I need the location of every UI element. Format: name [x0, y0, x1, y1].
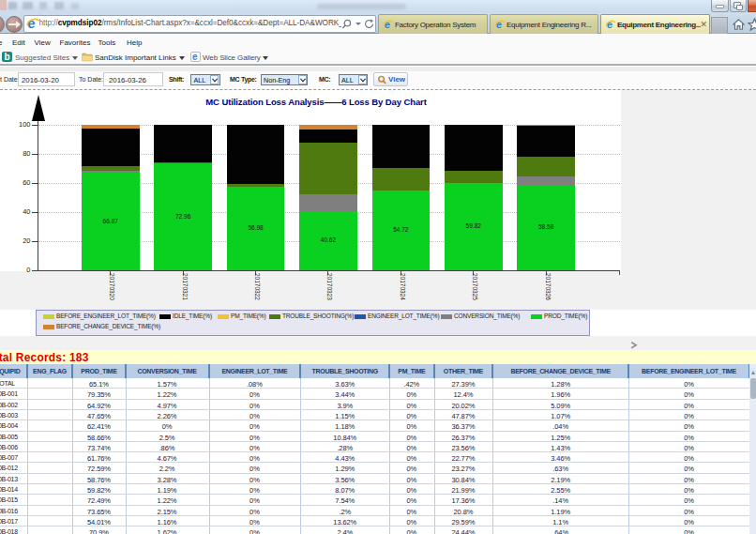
svg-text:e: e	[27, 16, 35, 31]
